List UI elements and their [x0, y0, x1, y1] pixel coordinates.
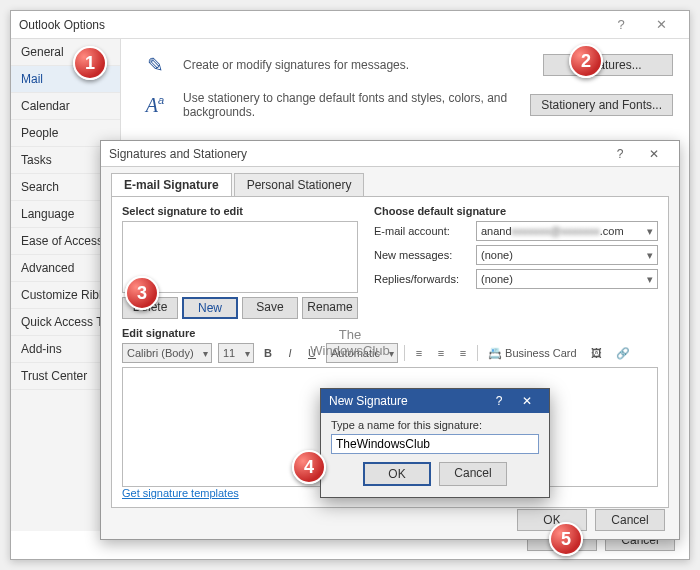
window-title: Outlook Options [19, 18, 105, 32]
new-signature-dialog: New Signature ? ✕ Type a name for this s… [320, 388, 550, 498]
new-signature-title: New Signature [329, 394, 408, 408]
editor-toolbar: Calibri (Body) 11 B I U Automatic ≡ ≡ ≡ … [122, 343, 658, 363]
insert-link-icon[interactable]: 🔗 [612, 346, 634, 361]
align-center-icon[interactable]: ≡ [433, 346, 449, 360]
signature-listbox[interactable] [122, 221, 358, 293]
font-size-select[interactable]: 11 [218, 343, 254, 363]
signatures-title: Signatures and Stationery [109, 147, 247, 161]
align-left-icon[interactable]: ≡ [411, 346, 427, 360]
underline-button[interactable]: U [304, 346, 320, 360]
close-icon[interactable]: ✕ [513, 394, 541, 408]
new-signature-cancel-button[interactable]: Cancel [439, 462, 507, 486]
font-color-select[interactable]: Automatic [326, 343, 398, 363]
replies-forwards-select[interactable]: (none)▾ [476, 269, 658, 289]
signature-name-input[interactable] [331, 434, 539, 454]
edit-signature-label: Edit signature [122, 327, 658, 339]
close-icon[interactable]: ✕ [641, 17, 681, 32]
replies-forwards-label: Replies/forwards: [374, 273, 470, 285]
signatures-desc: Create or modify signatures for messages… [183, 58, 533, 72]
italic-button[interactable]: I [282, 346, 298, 360]
business-card-button[interactable]: 📇 Business Card [484, 346, 581, 361]
email-account-label: E-mail account: [374, 225, 470, 237]
bold-button[interactable]: B [260, 346, 276, 360]
rename-button[interactable]: Rename [302, 297, 358, 319]
new-messages-select[interactable]: (none)▾ [476, 245, 658, 265]
new-button[interactable]: New [182, 297, 238, 319]
font-aa-icon: Aa [146, 94, 164, 117]
get-templates-link[interactable]: Get signature templates [122, 487, 239, 499]
callout-1: 1 [73, 46, 107, 80]
stationery-desc: Use stationery to change default fonts a… [183, 91, 520, 119]
help-icon[interactable]: ? [603, 147, 637, 161]
callout-2: 2 [569, 44, 603, 78]
close-icon[interactable]: ✕ [637, 147, 671, 161]
tab-email-signature[interactable]: E-mail Signature [111, 173, 232, 196]
signatures-button[interactable]: Signatures... [543, 54, 673, 76]
help-icon[interactable]: ? [601, 17, 641, 32]
email-account-select[interactable]: anandxxxxxxx@xxxxxxx.com ▾ [476, 221, 658, 241]
new-messages-label: New messages: [374, 249, 470, 261]
default-signature-label: Choose default signature [374, 205, 658, 217]
outlook-options-titlebar: Outlook Options ? ✕ [11, 11, 689, 39]
signatures-titlebar: Signatures and Stationery ? ✕ [101, 141, 679, 167]
signature-name-prompt: Type a name for this signature: [331, 419, 539, 431]
tab-personal-stationery[interactable]: Personal Stationery [234, 173, 365, 196]
account-blurred: xxxxxxx@xxxxxxx [512, 225, 600, 237]
new-signature-titlebar: New Signature ? ✕ [321, 389, 549, 413]
chevron-down-icon: ▾ [647, 249, 653, 262]
help-icon[interactable]: ? [485, 394, 513, 408]
sidebar-item-calendar[interactable]: Calendar [11, 93, 120, 120]
chevron-down-icon: ▾ [647, 273, 653, 286]
callout-4: 4 [292, 450, 326, 484]
callout-5: 5 [549, 522, 583, 556]
font-family-select[interactable]: Calibri (Body) [122, 343, 212, 363]
signature-icon: ✎ [147, 53, 164, 77]
insert-image-icon[interactable]: 🖼 [587, 346, 606, 360]
chevron-down-icon: ▾ [647, 225, 653, 238]
callout-3: 3 [125, 276, 159, 310]
save-button[interactable]: Save [242, 297, 298, 319]
signatures-cancel-button[interactable]: Cancel [595, 509, 665, 531]
new-signature-ok-button[interactable]: OK [363, 462, 431, 486]
stationery-fonts-button[interactable]: Stationery and Fonts... [530, 94, 673, 116]
align-right-icon[interactable]: ≡ [455, 346, 471, 360]
select-signature-label: Select signature to edit [122, 205, 358, 217]
